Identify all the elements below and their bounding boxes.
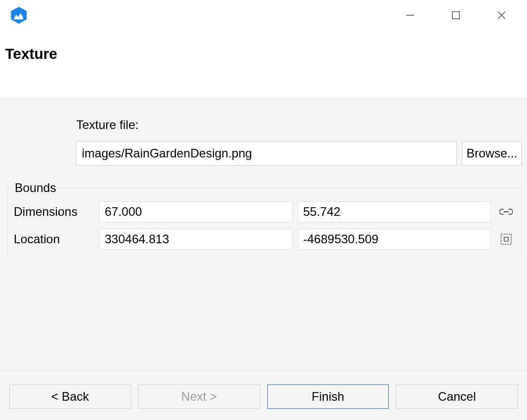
location-y-input[interactable] <box>298 229 491 250</box>
dimensions-height-input[interactable] <box>298 201 491 222</box>
dimensions-width-input[interactable] <box>99 201 293 222</box>
location-row: Location <box>13 229 516 250</box>
svg-rect-2 <box>452 12 459 19</box>
back-button[interactable]: < Back <box>9 384 131 409</box>
location-label: Location <box>13 232 94 246</box>
maximize-button[interactable] <box>448 8 463 23</box>
dimensions-label: Dimensions <box>13 205 94 219</box>
link-icon[interactable] <box>496 208 516 216</box>
body: Texture file: Browse... Bounds Dimension… <box>0 99 527 370</box>
finish-button[interactable]: Finish <box>267 384 389 409</box>
cancel-button[interactable]: Cancel <box>396 384 518 409</box>
page-title: Texture <box>5 46 522 62</box>
browse-button[interactable]: Browse... <box>462 141 522 166</box>
titlebar <box>0 0 527 30</box>
close-button[interactable] <box>494 8 509 23</box>
next-button: Next > <box>138 384 260 409</box>
bounds-legend: Bounds <box>13 181 58 195</box>
location-x-input[interactable] <box>99 229 293 250</box>
footer: < Back Next > Finish Cancel <box>0 370 527 420</box>
dimensions-row: Dimensions <box>13 201 516 222</box>
window-controls <box>402 8 509 23</box>
svg-rect-6 <box>501 234 511 244</box>
selection-icon[interactable] <box>496 233 516 246</box>
header: Texture <box>0 30 527 98</box>
bounds-fieldset: Bounds Dimensions Location <box>7 181 522 259</box>
svg-marker-0 <box>11 7 27 23</box>
texture-file-row: Browse... <box>76 141 522 166</box>
texture-file-input[interactable] <box>76 141 457 166</box>
minimize-button[interactable] <box>402 8 418 23</box>
app-icon <box>9 6 28 25</box>
texture-file-label: Texture file: <box>76 118 522 132</box>
svg-rect-7 <box>504 237 508 241</box>
